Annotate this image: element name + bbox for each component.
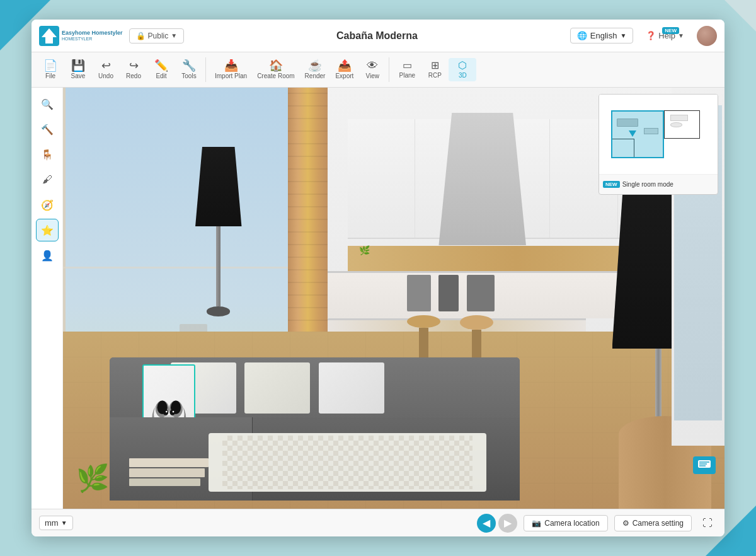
camera-location-button[interactable]: 📷 Camera location [524,515,607,531]
3d-icon: ⬡ [458,61,467,71]
language-button[interactable]: 🌐 English ▼ [570,28,634,43]
book-2 [129,468,205,477]
rcp-label: RCP [428,72,442,79]
cushion-3 [319,362,384,414]
lamp-small-shade [195,147,242,227]
file-icon: 📄 [43,60,57,71]
minimap[interactable]: ⤢ NEW Sing [598,94,718,195]
nav-arrow-next[interactable]: ▶ [498,514,517,533]
plane-label: Plane [399,72,416,79]
sidebar-tool-search[interactable]: 🔍 [36,93,59,115]
sidebar-tool-favorites[interactable]: ⭐ [36,219,59,241]
edit-icon: ✏️ [154,60,168,71]
navigation-arrows: ◀ ▶ [477,514,517,533]
create-room-button[interactable]: 🏠 Create Room [252,57,299,82]
svg-point-11 [169,410,175,415]
import-plan-button[interactable]: 📥 Import Plan [210,57,252,82]
stool-2-top [460,315,493,330]
save-icon: 💾 [71,60,85,71]
appliance-1 [407,275,431,311]
sidebar-tool-paint[interactable]: 🖌 [36,168,59,191]
tools-label: Tools [181,72,196,79]
book-3 [129,478,200,486]
user-avatar[interactable] [697,26,717,46]
view-label: View [366,72,380,79]
import-icon: 📥 [224,60,238,71]
toolbar-group-main: 📄 File 💾 Save ↩ Undo ↪ Redo ✏️ Edit 🔧 T [37,57,206,82]
help-new-badge: NEW [662,27,679,34]
logo-text-line1: Easyhome Homestyler [62,30,123,37]
sidebar-tool-build[interactable]: 🔨 [36,118,59,141]
edit-button[interactable]: ✏️ Edit [147,57,175,82]
camera-location-label: Camera location [544,519,599,528]
range-hood [438,113,526,245]
svg-point-13 [172,411,174,413]
redo-label: Redo [126,72,141,79]
minimap-item-2 [670,122,682,127]
create-room-label: Create Room [257,72,294,79]
app-container: Easyhome Homestyler HOMESTYLER 🔒 Public … [32,20,724,536]
save-button[interactable]: 💾 Save [64,57,92,82]
viewport: 🌿 🌿 [63,88,724,509]
nav-arrow-prev[interactable]: ◀ [477,514,496,533]
export-button[interactable]: 📤 Export [330,57,358,82]
logo-icon [39,26,59,46]
import-label: Import Plan [215,72,247,79]
plant-left: 🌿 [76,465,109,492]
chevron-down-icon: ▼ [171,32,177,39]
file-button[interactable]: 📄 File [37,57,64,82]
public-button[interactable]: 🔒 Public ▼ [129,28,185,43]
lamp-small-base [207,306,230,316]
view-icon: 👁 [367,60,378,71]
unit-chevron-icon: ▼ [61,519,67,526]
camera-setting-icon: ⚙ [622,519,629,528]
file-label: File [45,72,55,79]
redo-icon: ↪ [129,60,139,71]
export-icon: 📤 [338,60,352,71]
minimap-new-badge: NEW [603,181,620,188]
help-chevron-icon: ▼ [678,32,684,39]
language-label: English [590,31,617,40]
rcp-mode-button[interactable]: ⊞ RCP [421,58,449,81]
undo-icon: ↩ [101,60,111,71]
chat-icon-svg [698,460,711,470]
render-button[interactable]: ☕ Render [300,57,331,82]
cabinet-1 [348,119,415,238]
undo-button[interactable]: ↩ Undo [92,57,120,82]
redo-button[interactable]: ↪ Redo [120,57,147,82]
unit-selector[interactable]: mm ▼ [39,516,73,530]
help-button[interactable]: NEW ❓ Help ▼ [639,28,690,43]
render-label: Render [305,72,326,79]
counter-plant: 🌿 [359,245,370,255]
appliance-3 [467,275,495,311]
3d-mode-button[interactable]: ⬡ 3D [449,58,476,81]
sidebar-tool-furniture[interactable]: 🪑 [36,143,59,166]
camera-setting-label: Camera setting [633,519,684,528]
project-title: Cabaña Moderna [190,30,564,42]
sidebar-tool-profile[interactable]: 👤 [36,244,59,267]
lamp-small-pole [216,226,220,306]
lamp-small [195,147,242,307]
fullscreen-button[interactable]: ⛶ [698,514,717,533]
plane-mode-button[interactable]: ▭ Plane [393,58,421,81]
logo-area: Easyhome Homestyler HOMESTYLER [39,26,123,46]
public-label: Public [148,32,169,40]
top-bar: Easyhome Homestyler HOMESTYLER 🔒 Public … [32,20,724,52]
main-area: 🔍 🔨 🪑 🖌 🧭 ⭐ 👤 [32,88,724,509]
window-crossbar [63,267,296,269]
view-button[interactable]: 👁 View [358,57,386,82]
sidebar-tool-compass[interactable]: 🧭 [36,194,59,216]
left-sidebar: 🔍 🔨 🪑 🖌 🧭 ⭐ 👤 [32,88,63,509]
camera-setting-button[interactable]: ⚙ Camera setting [614,515,692,531]
chat-help-button[interactable] [693,456,716,474]
minimap-camera-indicator [629,130,636,137]
3d-label: 3D [459,72,467,79]
export-label: Export [335,72,353,79]
appliance-2 [438,275,459,311]
globe-icon: 🌐 [577,31,587,40]
coffee-table [129,458,209,488]
tools-button[interactable]: 🔧 Tools [175,57,203,82]
minimap-label[interactable]: NEW Single room mode [599,174,718,194]
rug-diamond-pattern [222,436,472,489]
save-label: Save [71,72,86,79]
